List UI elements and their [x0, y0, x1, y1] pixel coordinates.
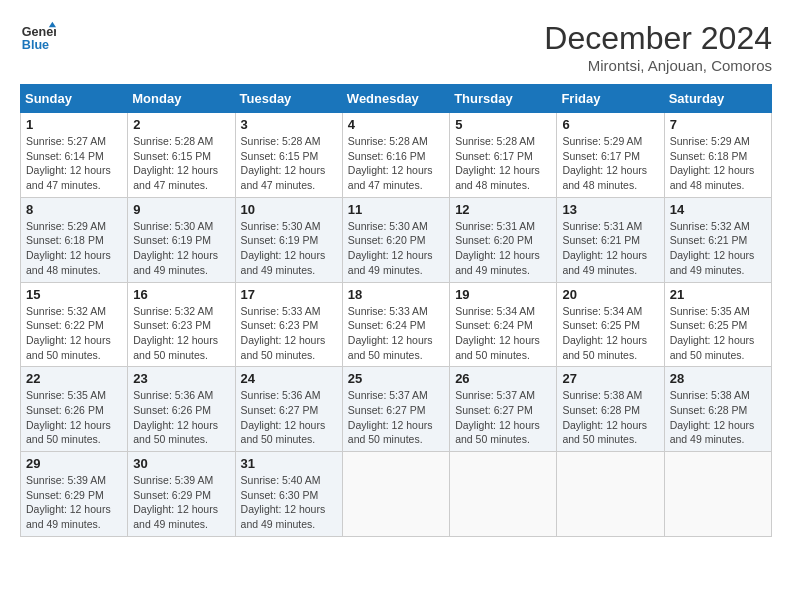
calendar-cell: 9 Sunrise: 5:30 AM Sunset: 6:19 PM Dayli…: [128, 197, 235, 282]
day-info: Sunrise: 5:30 AM Sunset: 6:19 PM Dayligh…: [133, 219, 229, 278]
week-row-1: 1 Sunrise: 5:27 AM Sunset: 6:14 PM Dayli…: [21, 113, 772, 198]
calendar-cell: 29 Sunrise: 5:39 AM Sunset: 6:29 PM Dayl…: [21, 452, 128, 537]
weekday-friday: Friday: [557, 85, 664, 113]
calendar-cell: 15 Sunrise: 5:32 AM Sunset: 6:22 PM Dayl…: [21, 282, 128, 367]
day-info: Sunrise: 5:32 AM Sunset: 6:22 PM Dayligh…: [26, 304, 122, 363]
day-info: Sunrise: 5:32 AM Sunset: 6:21 PM Dayligh…: [670, 219, 766, 278]
day-info: Sunrise: 5:30 AM Sunset: 6:20 PM Dayligh…: [348, 219, 444, 278]
daylight-hours: Daylight: 12 hours and 50 minutes.: [455, 418, 551, 447]
calendar-cell: 8 Sunrise: 5:29 AM Sunset: 6:18 PM Dayli…: [21, 197, 128, 282]
day-info: Sunrise: 5:33 AM Sunset: 6:23 PM Dayligh…: [241, 304, 337, 363]
sunset-time: Sunset: 6:18 PM: [26, 233, 122, 248]
day-number: 9: [133, 202, 229, 217]
day-number: 19: [455, 287, 551, 302]
daylight-hours: Daylight: 12 hours and 49 minutes.: [562, 248, 658, 277]
day-info: Sunrise: 5:30 AM Sunset: 6:19 PM Dayligh…: [241, 219, 337, 278]
day-info: Sunrise: 5:28 AM Sunset: 6:15 PM Dayligh…: [241, 134, 337, 193]
calendar-cell: 14 Sunrise: 5:32 AM Sunset: 6:21 PM Dayl…: [664, 197, 771, 282]
day-number: 25: [348, 371, 444, 386]
day-number: 15: [26, 287, 122, 302]
daylight-hours: Daylight: 12 hours and 50 minutes.: [26, 333, 122, 362]
calendar-table: SundayMondayTuesdayWednesdayThursdayFrid…: [20, 84, 772, 537]
day-number: 27: [562, 371, 658, 386]
sunrise-time: Sunrise: 5:29 AM: [562, 134, 658, 149]
sunset-time: Sunset: 6:28 PM: [670, 403, 766, 418]
daylight-hours: Daylight: 12 hours and 49 minutes.: [26, 502, 122, 531]
location-title: Mirontsi, Anjouan, Comoros: [544, 57, 772, 74]
calendar-cell: 1 Sunrise: 5:27 AM Sunset: 6:14 PM Dayli…: [21, 113, 128, 198]
sunrise-time: Sunrise: 5:33 AM: [348, 304, 444, 319]
sunrise-time: Sunrise: 5:35 AM: [26, 388, 122, 403]
day-info: Sunrise: 5:36 AM Sunset: 6:26 PM Dayligh…: [133, 388, 229, 447]
day-number: 3: [241, 117, 337, 132]
title-area: December 2024 Mirontsi, Anjouan, Comoros: [544, 20, 772, 74]
day-info: Sunrise: 5:40 AM Sunset: 6:30 PM Dayligh…: [241, 473, 337, 532]
day-info: Sunrise: 5:28 AM Sunset: 6:15 PM Dayligh…: [133, 134, 229, 193]
sunrise-time: Sunrise: 5:36 AM: [133, 388, 229, 403]
sunrise-time: Sunrise: 5:30 AM: [241, 219, 337, 234]
sunrise-time: Sunrise: 5:38 AM: [562, 388, 658, 403]
day-number: 14: [670, 202, 766, 217]
sunset-time: Sunset: 6:26 PM: [133, 403, 229, 418]
calendar-cell: 26 Sunrise: 5:37 AM Sunset: 6:27 PM Dayl…: [450, 367, 557, 452]
daylight-hours: Daylight: 12 hours and 49 minutes.: [348, 248, 444, 277]
calendar-cell: [450, 452, 557, 537]
calendar-cell: 21 Sunrise: 5:35 AM Sunset: 6:25 PM Dayl…: [664, 282, 771, 367]
sunrise-time: Sunrise: 5:32 AM: [670, 219, 766, 234]
calendar-cell: 13 Sunrise: 5:31 AM Sunset: 6:21 PM Dayl…: [557, 197, 664, 282]
calendar-cell: 25 Sunrise: 5:37 AM Sunset: 6:27 PM Dayl…: [342, 367, 449, 452]
day-number: 22: [26, 371, 122, 386]
sunrise-time: Sunrise: 5:32 AM: [133, 304, 229, 319]
day-number: 2: [133, 117, 229, 132]
sunrise-time: Sunrise: 5:37 AM: [348, 388, 444, 403]
day-info: Sunrise: 5:27 AM Sunset: 6:14 PM Dayligh…: [26, 134, 122, 193]
sunrise-time: Sunrise: 5:31 AM: [562, 219, 658, 234]
weekday-header-row: SundayMondayTuesdayWednesdayThursdayFrid…: [21, 85, 772, 113]
sunset-time: Sunset: 6:29 PM: [133, 488, 229, 503]
sunset-time: Sunset: 6:27 PM: [455, 403, 551, 418]
daylight-hours: Daylight: 12 hours and 48 minutes.: [562, 163, 658, 192]
day-info: Sunrise: 5:39 AM Sunset: 6:29 PM Dayligh…: [26, 473, 122, 532]
svg-text:Blue: Blue: [22, 38, 49, 52]
daylight-hours: Daylight: 12 hours and 49 minutes.: [241, 502, 337, 531]
sunrise-time: Sunrise: 5:29 AM: [26, 219, 122, 234]
calendar-cell: 10 Sunrise: 5:30 AM Sunset: 6:19 PM Dayl…: [235, 197, 342, 282]
day-number: 17: [241, 287, 337, 302]
day-number: 10: [241, 202, 337, 217]
sunrise-time: Sunrise: 5:28 AM: [241, 134, 337, 149]
sunset-time: Sunset: 6:27 PM: [241, 403, 337, 418]
sunrise-time: Sunrise: 5:28 AM: [348, 134, 444, 149]
calendar-cell: 12 Sunrise: 5:31 AM Sunset: 6:20 PM Dayl…: [450, 197, 557, 282]
day-info: Sunrise: 5:36 AM Sunset: 6:27 PM Dayligh…: [241, 388, 337, 447]
day-info: Sunrise: 5:28 AM Sunset: 6:17 PM Dayligh…: [455, 134, 551, 193]
day-info: Sunrise: 5:35 AM Sunset: 6:25 PM Dayligh…: [670, 304, 766, 363]
day-number: 31: [241, 456, 337, 471]
sunset-time: Sunset: 6:27 PM: [348, 403, 444, 418]
day-number: 21: [670, 287, 766, 302]
logo-icon: General Blue: [20, 20, 56, 56]
day-number: 4: [348, 117, 444, 132]
sunset-time: Sunset: 6:17 PM: [455, 149, 551, 164]
sunset-time: Sunset: 6:24 PM: [455, 318, 551, 333]
day-info: Sunrise: 5:37 AM Sunset: 6:27 PM Dayligh…: [455, 388, 551, 447]
weekday-sunday: Sunday: [21, 85, 128, 113]
day-info: Sunrise: 5:32 AM Sunset: 6:23 PM Dayligh…: [133, 304, 229, 363]
day-number: 24: [241, 371, 337, 386]
daylight-hours: Daylight: 12 hours and 48 minutes.: [670, 163, 766, 192]
week-row-3: 15 Sunrise: 5:32 AM Sunset: 6:22 PM Dayl…: [21, 282, 772, 367]
daylight-hours: Daylight: 12 hours and 49 minutes.: [133, 502, 229, 531]
day-info: Sunrise: 5:29 AM Sunset: 6:18 PM Dayligh…: [670, 134, 766, 193]
weekday-wednesday: Wednesday: [342, 85, 449, 113]
day-number: 5: [455, 117, 551, 132]
daylight-hours: Daylight: 12 hours and 50 minutes.: [455, 333, 551, 362]
day-number: 20: [562, 287, 658, 302]
daylight-hours: Daylight: 12 hours and 50 minutes.: [241, 418, 337, 447]
sunset-time: Sunset: 6:28 PM: [562, 403, 658, 418]
sunrise-time: Sunrise: 5:34 AM: [455, 304, 551, 319]
daylight-hours: Daylight: 12 hours and 50 minutes.: [670, 333, 766, 362]
day-info: Sunrise: 5:39 AM Sunset: 6:29 PM Dayligh…: [133, 473, 229, 532]
calendar-cell: 27 Sunrise: 5:38 AM Sunset: 6:28 PM Dayl…: [557, 367, 664, 452]
day-number: 1: [26, 117, 122, 132]
sunset-time: Sunset: 6:23 PM: [241, 318, 337, 333]
calendar-cell: [557, 452, 664, 537]
